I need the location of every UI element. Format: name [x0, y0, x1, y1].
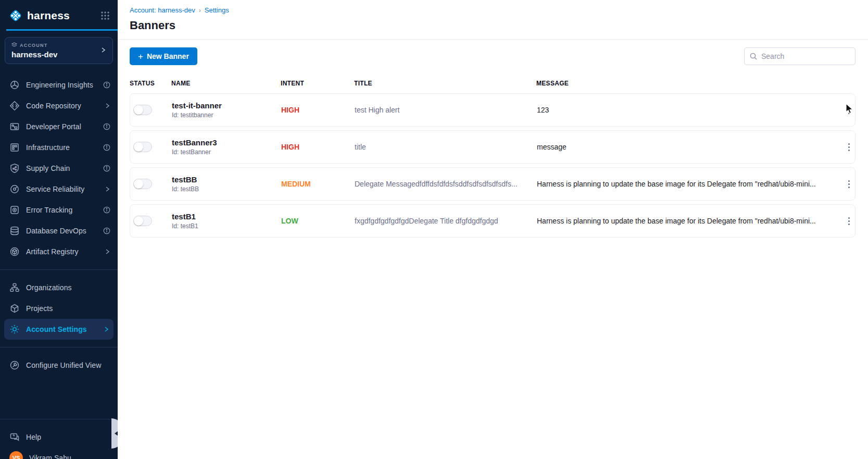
chevron-right-icon	[104, 103, 110, 109]
logo-text: harness	[27, 9, 100, 22]
sidebar-item-database-devops[interactable]: Database DevOps	[0, 220, 118, 241]
search-input[interactable]	[744, 47, 856, 65]
column-header-intent: INTENT	[281, 80, 354, 87]
code-icon	[9, 101, 20, 111]
target-icon	[9, 205, 20, 215]
sidebar-item-configure-unified-view[interactable]: Configure Unified View	[0, 355, 118, 376]
gauge-icon	[9, 184, 20, 194]
table-row: test-it-bannerId: testitbanner HIGH test…	[130, 93, 856, 127]
banner-message: 123	[537, 106, 830, 114]
gear-icon	[9, 324, 20, 334]
status-toggle[interactable]	[133, 142, 152, 152]
sidebar-item-help[interactable]: Help	[0, 427, 118, 448]
banner-message: Harness is planning to update the base i…	[537, 180, 830, 188]
sidebar-item-label: Organizations	[26, 283, 110, 292]
search-box	[744, 47, 856, 65]
sidebar-item-account-settings[interactable]: Account Settings	[4, 319, 114, 340]
sidebar-item-projects[interactable]: Projects	[0, 298, 118, 319]
sidebar-item-label: Engineering Insights	[26, 81, 103, 89]
table-row: testB1Id: testB1 LOW fxgdfgdfgdfgdfgdDel…	[130, 204, 856, 238]
turbine-icon	[9, 80, 20, 90]
chevron-right-icon	[100, 46, 106, 55]
table-row: testBanner3Id: testBanner HIGH title mes…	[130, 130, 856, 164]
user-name: Vikram Sahu	[29, 454, 110, 459]
intent-badge: HIGH	[281, 106, 355, 114]
new-banner-button[interactable]: + New Banner	[130, 47, 197, 65]
toolbar: + New Banner	[118, 40, 868, 72]
sidebar-item-label: Developer Portal	[26, 122, 103, 131]
sidebar-item-label: Configure Unified View	[26, 361, 110, 369]
sidebar-item-label: Help	[26, 433, 110, 441]
banner-name: testBB	[172, 175, 274, 184]
breadcrumb-settings-link[interactable]: Settings	[205, 6, 229, 14]
breadcrumb-account-link[interactable]: Account: harness-dev	[130, 6, 195, 14]
kebab-menu-icon[interactable]	[843, 214, 855, 228]
sidebar-divider	[0, 419, 118, 419]
banner-id: Id: testitbanner	[172, 111, 274, 119]
banner-name: testBanner3	[172, 138, 274, 147]
toggle-knob	[134, 179, 143, 189]
breadcrumb-separator-icon: ›	[199, 7, 201, 14]
sidebar-divider	[0, 269, 118, 270]
banner-name: testB1	[172, 212, 274, 221]
sidebar: harness ACCOUNT harness-dev Engineering …	[0, 0, 118, 459]
banner-title: test High alert	[355, 106, 537, 114]
toggle-knob	[134, 105, 143, 115]
project-cube-icon	[9, 303, 20, 314]
sidebar-item-error-tracking[interactable]: Error Tracking	[0, 200, 118, 220]
plus-icon: +	[138, 52, 143, 61]
kebab-menu-icon[interactable]	[843, 140, 855, 154]
info-icon[interactable]	[103, 123, 110, 130]
sidebar-item-label: Database DevOps	[26, 227, 103, 235]
sidebar-item-supply-chain[interactable]: Supply Chain	[0, 158, 118, 179]
status-toggle[interactable]	[133, 216, 152, 226]
intent-badge: LOW	[281, 217, 355, 225]
database-icon	[9, 226, 20, 236]
intent-badge: MEDIUM	[281, 180, 355, 188]
info-icon[interactable]	[103, 227, 110, 234]
sidebar-item-label: Projects	[26, 304, 110, 313]
toggle-knob	[134, 216, 143, 226]
sidebar-item-code-repository[interactable]: Code Repository	[0, 95, 118, 116]
kebab-menu-icon[interactable]	[843, 103, 855, 117]
sidebar-item-label: Account Settings	[26, 325, 103, 333]
status-toggle[interactable]	[133, 105, 152, 115]
banners-table: STATUS NAME INTENT TITLE MESSAGE test-it…	[118, 72, 868, 238]
page-header: Account: harness-dev › Settings Banners	[118, 0, 868, 39]
banner-message: Harness is planning to update the base i…	[537, 217, 830, 225]
sidebar-item-label: Artifact Registry	[26, 247, 104, 256]
intent-badge: HIGH	[281, 143, 355, 151]
sidebar-item-label: Service Reliability	[26, 185, 104, 193]
account-selector[interactable]: ACCOUNT harness-dev	[5, 37, 113, 64]
infrastructure-icon	[9, 142, 20, 153]
table-header-row: STATUS NAME INTENT TITLE MESSAGE	[130, 72, 856, 93]
info-icon[interactable]	[103, 165, 110, 172]
org-chart-icon	[9, 282, 20, 293]
user-menu[interactable]: VS Vikram Sahu	[0, 448, 118, 459]
banner-id: Id: testB1	[172, 222, 274, 230]
breadcrumb: Account: harness-dev › Settings	[130, 6, 856, 14]
search-icon	[749, 52, 758, 60]
sidebar-item-organizations[interactable]: Organizations	[0, 277, 118, 298]
sidebar-item-label: Infrastructure	[26, 143, 103, 152]
layers-icon	[11, 42, 17, 48]
toggle-knob	[134, 142, 143, 152]
cube-icon	[9, 246, 20, 257]
sidebar-item-label: Error Tracking	[26, 206, 103, 214]
sidebar-item-engineering-insights[interactable]: Engineering Insights	[0, 75, 118, 95]
sidebar-item-service-reliability[interactable]: Service Reliability	[0, 179, 118, 200]
info-icon[interactable]	[103, 144, 110, 151]
kebab-menu-icon[interactable]	[843, 177, 855, 191]
apps-grid-icon[interactable]	[100, 10, 110, 21]
chevron-right-icon	[104, 186, 110, 192]
module-nav: Engineering Insights Code Repository Dev…	[0, 75, 118, 262]
sidebar-item-artifact-registry[interactable]: Artifact Registry	[0, 241, 118, 262]
status-toggle[interactable]	[133, 179, 152, 189]
sidebar-item-infrastructure[interactable]: Infrastructure	[0, 137, 118, 158]
column-header-status: STATUS	[130, 80, 171, 87]
sidebar-item-developer-portal[interactable]: Developer Portal	[0, 116, 118, 137]
info-icon[interactable]	[103, 81, 110, 89]
info-icon[interactable]	[103, 206, 110, 214]
sidebar-item-label: Supply Chain	[26, 164, 103, 172]
harness-logo-icon	[8, 8, 23, 23]
